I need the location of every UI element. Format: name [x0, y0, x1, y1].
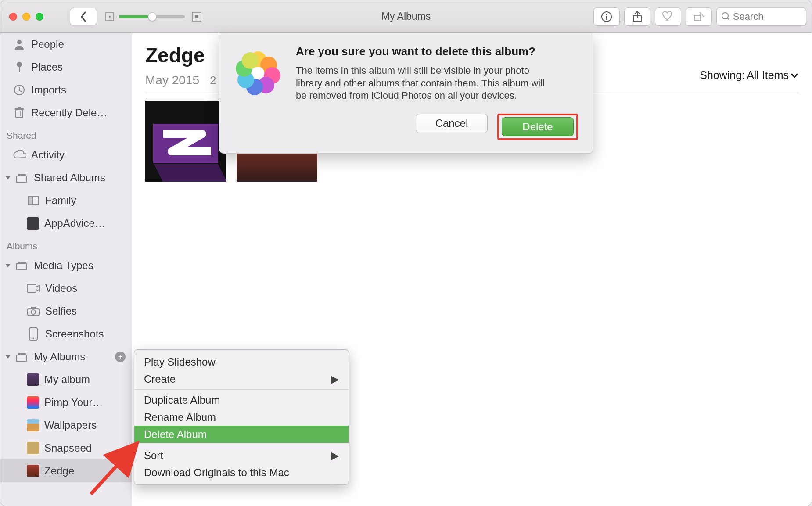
- sidebar-item-my-albums[interactable]: My Albums+: [0, 345, 132, 368]
- svg-point-45: [252, 67, 264, 79]
- menu-label: Create: [144, 373, 176, 385]
- sidebar-item-snapseed[interactable]: Snapseed: [0, 437, 132, 459]
- photo-thumbnail[interactable]: [145, 101, 226, 182]
- menu-label: Play Slideshow: [144, 356, 216, 368]
- showing-label: Showing:: [700, 69, 745, 82]
- zoom-handle[interactable]: [148, 12, 157, 21]
- fullscreen-window-button[interactable]: [36, 13, 43, 21]
- sidebar-label: Imports: [31, 84, 66, 96]
- sidebar-item-activity[interactable]: Activity: [0, 144, 132, 166]
- confirm-delete-dialog: Are you sure you want to delete this alb…: [219, 33, 593, 154]
- menu-item-rename-album[interactable]: Rename Album: [134, 409, 349, 426]
- sidebar-item-shared-albums[interactable]: Shared Albums: [0, 166, 132, 189]
- sidebar-label: Recently Dele…: [31, 107, 107, 119]
- disclosure-triangle-icon[interactable]: [5, 262, 13, 269]
- menu-separator: [134, 389, 349, 390]
- menu-item-create[interactable]: Create▶: [134, 370, 349, 388]
- sidebar-item-pimp-your[interactable]: Pimp Your…: [0, 391, 132, 414]
- menu-item-download-originals[interactable]: Download Originals to this Mac: [134, 464, 349, 481]
- heart-icon: [662, 11, 674, 22]
- video-icon: [27, 282, 40, 295]
- album-date: May 2015: [145, 73, 199, 87]
- sidebar-label: Places: [31, 61, 63, 73]
- stack-icon: [15, 259, 29, 272]
- album-thumbnail: [27, 419, 39, 431]
- sidebar-label: People: [31, 38, 64, 50]
- favorite-button[interactable]: [655, 7, 681, 26]
- menu-item-sort[interactable]: Sort▶: [134, 447, 349, 464]
- svg-point-1: [109, 16, 111, 18]
- sidebar-header-albums: Albums: [0, 235, 132, 254]
- sidebar-item-selfies[interactable]: Selfies: [0, 300, 132, 323]
- minimize-window-button[interactable]: [22, 13, 30, 21]
- album-thumbnail: [27, 442, 39, 454]
- svg-rect-26: [27, 284, 36, 292]
- album-count: 2: [210, 74, 216, 87]
- svg-rect-32: [17, 355, 26, 361]
- people-icon: [13, 38, 26, 51]
- sidebar-item-my-album[interactable]: My album: [0, 368, 132, 391]
- photos-app-icon: [233, 47, 284, 97]
- menu-label: Sort: [144, 449, 163, 462]
- svg-rect-13: [19, 67, 20, 72]
- info-button[interactable]: [593, 7, 620, 26]
- search-box[interactable]: [716, 7, 806, 26]
- svg-rect-16: [15, 108, 24, 110]
- zedge-logo-icon: [145, 101, 226, 182]
- sidebar-item-screenshots[interactable]: Screenshots: [0, 323, 132, 345]
- zoom-slider[interactable]: [119, 15, 185, 18]
- camera-icon: [27, 305, 40, 318]
- sidebar: People Places Imports Recently Dele… Sha…: [0, 33, 132, 506]
- share-button[interactable]: [624, 7, 650, 26]
- toolbar-right: [593, 7, 806, 26]
- cancel-button[interactable]: Cancel: [416, 114, 488, 133]
- album-thumbnail: [27, 396, 39, 409]
- sidebar-label: Family: [45, 194, 76, 207]
- stack-icon: [15, 350, 29, 363]
- svg-point-31: [32, 337, 34, 339]
- cloud-icon: [13, 148, 26, 161]
- sidebar-label: My album: [44, 373, 90, 386]
- sidebar-item-appadvice[interactable]: AppAdvice…: [0, 212, 132, 235]
- search-input[interactable]: [733, 11, 801, 22]
- sidebar-item-people[interactable]: People: [0, 33, 132, 56]
- close-window-button[interactable]: [9, 13, 17, 21]
- window-title: My Albums: [381, 11, 431, 22]
- showing-value: All Items: [747, 69, 789, 82]
- sidebar-label: Videos: [45, 282, 77, 294]
- menu-label: Duplicate Album: [144, 394, 220, 406]
- menu-item-duplicate-album[interactable]: Duplicate Album: [134, 391, 349, 409]
- submenu-arrow-icon: ▶: [331, 373, 339, 385]
- svg-rect-15: [16, 110, 23, 118]
- sidebar-item-wallpapers[interactable]: Wallpapers: [0, 414, 132, 437]
- sidebar-item-recently-deleted[interactable]: Recently Dele…: [0, 101, 132, 124]
- sidebar-item-zedge[interactable]: Zedge: [0, 459, 132, 482]
- menu-separator: [134, 445, 349, 445]
- menu-item-delete-album[interactable]: Delete Album: [134, 426, 349, 443]
- sidebar-label: My Albums: [34, 351, 85, 363]
- svg-rect-6: [606, 16, 607, 20]
- showing-filter[interactable]: Showing: All Items: [700, 69, 798, 82]
- sidebar-item-videos[interactable]: Videos: [0, 277, 132, 300]
- sidebar-item-media-types[interactable]: Media Types: [0, 254, 132, 277]
- svg-rect-21: [18, 174, 26, 176]
- sidebar-item-places[interactable]: Places: [0, 56, 132, 79]
- sidebar-item-family[interactable]: Family: [0, 189, 132, 212]
- menu-item-play-slideshow[interactable]: Play Slideshow: [134, 353, 349, 370]
- pin-icon: [13, 61, 26, 74]
- sidebar-label: Selfies: [45, 305, 77, 317]
- rotate-button[interactable]: [686, 7, 712, 26]
- titlebar: My Albums: [0, 0, 812, 33]
- svg-rect-25: [18, 262, 26, 263]
- delete-button[interactable]: Delete: [502, 117, 574, 136]
- thumbnail-large-icon: [192, 12, 201, 22]
- sidebar-item-imports[interactable]: Imports: [0, 79, 132, 101]
- disclosure-triangle-icon[interactable]: [5, 175, 13, 181]
- album-thumbnail: [27, 373, 39, 386]
- back-button[interactable]: [70, 8, 97, 25]
- add-album-button[interactable]: +: [115, 352, 126, 362]
- svg-rect-3: [195, 15, 198, 18]
- disclosure-triangle-icon[interactable]: [5, 354, 13, 360]
- annotation-highlight: Delete: [497, 114, 578, 140]
- svg-point-12: [17, 62, 22, 67]
